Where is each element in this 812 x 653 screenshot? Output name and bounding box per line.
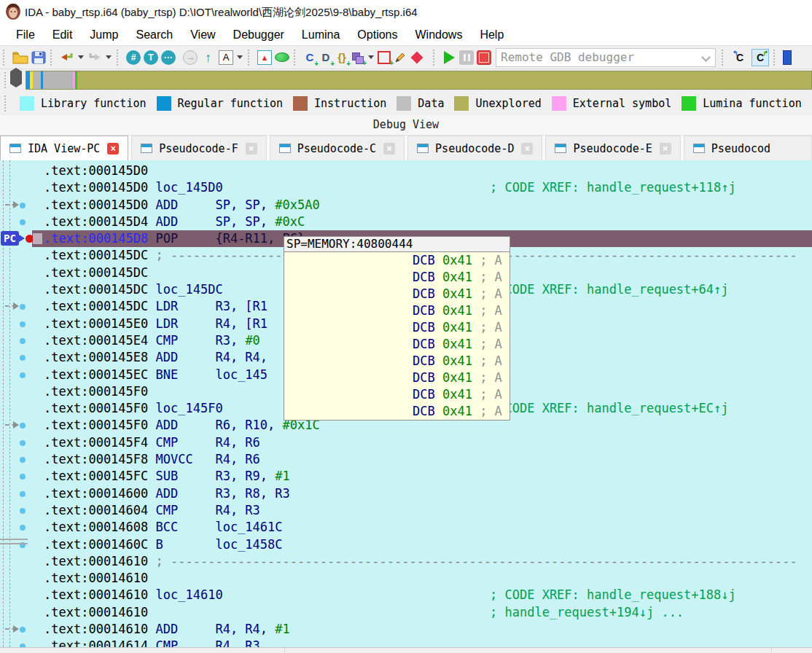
close-icon[interactable]	[521, 143, 533, 155]
scroll-right-icon[interactable]	[16, 68, 22, 87]
menu-item-windows[interactable]: Windows	[406, 24, 471, 45]
instruction-dot-icon[interactable]	[20, 474, 26, 480]
jump-address-button[interactable]: #	[126, 50, 141, 65]
tab-pseudocode-c[interactable]: Pseudocode-C	[270, 136, 405, 160]
red-frame-button[interactable]: +	[378, 49, 391, 66]
close-icon[interactable]	[107, 143, 119, 155]
menu-item-search[interactable]: Search	[127, 24, 181, 45]
code-line[interactable]: .text:000145F8 MOVCC R4, R6	[0, 451, 812, 468]
instruction-dot-icon[interactable]	[20, 457, 26, 463]
text-view-button[interactable]: A	[219, 50, 233, 65]
code-line[interactable]: .text:00014610	[0, 570, 812, 587]
code-segment: .text:000145DC	[44, 282, 156, 297]
toolbar-drag-handle[interactable]	[3, 50, 7, 66]
continue-process-button[interactable]	[444, 51, 455, 64]
navigation-band[interactable]	[26, 71, 812, 90]
breakpoints-view-button[interactable]: ▲	[257, 50, 272, 65]
windows-dropdown-icon[interactable]	[368, 55, 374, 59]
toolbar-drag-handle[interactable]	[117, 50, 120, 66]
menu-item-lumina[interactable]: Lumina	[293, 24, 348, 45]
open-file-button[interactable]	[12, 49, 28, 66]
toolbar-drag-handle[interactable]	[773, 50, 777, 66]
menu-item-debugger[interactable]: Debugger	[225, 24, 293, 45]
tab-pseudocode-f[interactable]: Pseudocode-F	[131, 136, 266, 160]
close-icon[interactable]	[660, 143, 671, 155]
code-line[interactable]: .text:00014604 CMP R4, R3	[0, 502, 812, 519]
close-icon[interactable]	[246, 143, 257, 155]
scroll-left-icon[interactable]	[10, 68, 16, 87]
debugger-select[interactable]: Remote GDB debugger	[496, 48, 716, 67]
add-c-window-button[interactable]: C+	[303, 49, 316, 66]
instruction-dot-icon[interactable]	[20, 338, 26, 344]
code-line[interactable]: .text:00014614 CMP R4, R3	[0, 638, 812, 647]
code-line[interactable]: .text:00014610 loc_14610; CODE XREF: han…	[0, 587, 812, 603]
menu-item-help[interactable]: Help	[471, 24, 512, 45]
toolbar-drag-handle[interactable]	[294, 50, 297, 66]
code-line[interactable]: .text:00014610 ADD R4, R4, #1	[0, 621, 812, 638]
toolbar-drag-handle[interactable]	[722, 50, 725, 66]
instruction-dot-icon[interactable]	[20, 423, 26, 429]
add-d-window-button[interactable]: D+	[319, 49, 332, 66]
tab-ida-view-pc[interactable]: IDA View-PC	[0, 136, 128, 160]
toolbar-drag-handle[interactable]	[50, 50, 54, 66]
code-line[interactable]: .text:000145F4 CMP R4, R6	[0, 434, 812, 451]
add-braces-window-button[interactable]: {}+	[335, 49, 348, 66]
tooltip-row: DCB 0x41 ; A	[284, 286, 510, 302]
code-segment: POP	[156, 231, 216, 246]
menu-item-jump[interactable]: Jump	[81, 24, 127, 45]
back-history-dropdown-icon[interactable]	[78, 55, 84, 59]
red-diamond-button[interactable]	[410, 49, 424, 66]
toolbar-overflow-icon[interactable]	[783, 50, 792, 65]
instruction-dot-icon[interactable]	[20, 219, 26, 225]
navband-drag-handle[interactable]	[4, 72, 8, 88]
menu-item-file[interactable]: File	[7, 24, 44, 45]
close-icon[interactable]	[383, 143, 395, 155]
instruction-dot-icon[interactable]	[20, 355, 26, 361]
instruction-dot-icon[interactable]	[20, 372, 26, 378]
instruction-dot-icon[interactable]	[20, 508, 26, 514]
code-line[interactable]: .text:00014600 ADD R3, R8, R3	[0, 485, 812, 502]
instruction-dot-icon[interactable]	[20, 203, 26, 208]
code-line[interactable]: .text:000145D0 ADD SP, SP, #0x5A0	[0, 197, 812, 214]
navigate-back-button[interactable]	[60, 49, 74, 66]
instruction-dot-icon[interactable]	[20, 321, 26, 327]
instruction-dot-icon[interactable]	[20, 304, 26, 310]
save-button[interactable]	[31, 49, 46, 66]
tab-pseudocode-d[interactable]: Pseudocode-D	[407, 136, 542, 160]
code-text: .text:000145F0 loc_145F0	[44, 401, 223, 415]
tab-pseudocod[interactable]: Pseudocod	[684, 136, 812, 160]
toolbar-drag-handle[interactable]	[248, 50, 251, 66]
step-into-source-button[interactable]: C↰	[731, 49, 749, 66]
instruction-dot-icon[interactable]	[20, 627, 26, 633]
instruction-dot-icon[interactable]	[20, 440, 26, 446]
navigate-forward-button[interactable]	[87, 49, 102, 66]
code-line[interactable]: .text:000145D4 ADD SP, SP, #0xC	[0, 214, 812, 230]
navband-scroll-arrows[interactable]	[10, 71, 22, 89]
edit-pencil-button[interactable]	[394, 49, 407, 66]
text-view-dropdown-icon[interactable]	[237, 55, 243, 59]
menu-item-options[interactable]: Options	[348, 24, 406, 45]
code-line[interactable]: .text:00014608 BCC loc_1461C	[0, 519, 812, 536]
instruction-dot-icon[interactable]	[20, 491, 26, 497]
menu-item-edit[interactable]: Edit	[44, 24, 82, 45]
code-line[interactable]: .text:000145FC SUB R3, R9, #1	[0, 468, 812, 485]
tab-pseudocode-e[interactable]: Pseudocode-E	[545, 136, 680, 160]
jump-name-button[interactable]: T	[144, 50, 158, 65]
stop-process-button[interactable]	[477, 50, 491, 65]
forward-history-dropdown-icon[interactable]	[106, 55, 112, 59]
code-line[interactable]: .text:000145D0	[0, 163, 812, 179]
step-over-source-button[interactable]: C↱	[752, 49, 769, 66]
instruction-dot-icon[interactable]	[20, 525, 26, 531]
add-windows-button[interactable]: +	[351, 51, 364, 64]
code-line[interactable]: .text:00014610 ; -----------------------…	[0, 553, 812, 570]
jump-up-button[interactable]: ↑	[205, 49, 211, 66]
code-line[interactable]: .text:00014610; handle_request+194↓j ...	[0, 604, 812, 621]
jump-xref-button[interactable]: ···	[161, 50, 176, 65]
run-indicator-button[interactable]	[275, 49, 289, 66]
code-line[interactable]: .text:0001460C B loc_1458C	[0, 536, 812, 553]
toolbar-drag-handle[interactable]	[433, 50, 437, 66]
code-text: .text:000145D4 ADD SP, SP, #0xC	[44, 214, 305, 229]
menu-item-view[interactable]: View	[181, 24, 224, 45]
legend-drag-handle[interactable]	[4, 95, 8, 112]
code-line[interactable]: .text:000145D0 loc_145D0; CODE XREF: han…	[0, 179, 812, 196]
